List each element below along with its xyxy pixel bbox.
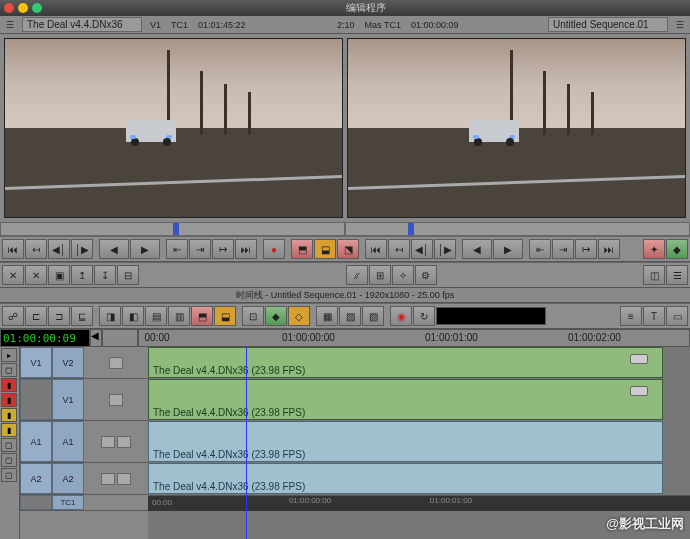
- viewer-position-bar[interactable]: [0, 222, 690, 236]
- playhead-marker[interactable]: [408, 223, 414, 235]
- play-reverse-rec-button[interactable]: ◀: [462, 239, 492, 259]
- tool-button[interactable]: ▭: [666, 306, 688, 326]
- menu-icon[interactable]: ☰: [4, 20, 16, 30]
- replace-button[interactable]: ⬔: [337, 239, 359, 259]
- current-timecode[interactable]: 01:00:00:09: [0, 329, 90, 347]
- link-button[interactable]: ☍: [2, 306, 24, 326]
- effect-button[interactable]: ✧: [392, 265, 414, 285]
- tool-button[interactable]: ▦: [316, 306, 338, 326]
- side-tool[interactable]: ▢: [1, 363, 17, 377]
- rewind-rec-button[interactable]: ⏮: [365, 239, 387, 259]
- play-loop-button[interactable]: ↻: [413, 306, 435, 326]
- rewind-button[interactable]: ⏮: [2, 239, 24, 259]
- minimize-icon[interactable]: [18, 3, 28, 13]
- menu-icon[interactable]: ☰: [674, 20, 686, 30]
- splice-button[interactable]: ⬒: [291, 239, 313, 259]
- mark-in-rec-button[interactable]: ◀│: [411, 239, 433, 259]
- close-icon[interactable]: [4, 3, 14, 13]
- clear-out-button[interactable]: ✕: [25, 265, 47, 285]
- settings-icon[interactable]: ⚙: [415, 265, 437, 285]
- solo-button[interactable]: [117, 473, 131, 485]
- add-edit-button[interactable]: ⊟: [117, 265, 139, 285]
- side-tool-red[interactable]: ▮: [1, 393, 17, 407]
- align-button[interactable]: ≡: [620, 306, 642, 326]
- extract-tl-button[interactable]: ⬓: [214, 306, 236, 326]
- tool-button[interactable]: ▤: [145, 306, 167, 326]
- prev-edit-rec-button[interactable]: ⇤: [529, 239, 551, 259]
- text-button[interactable]: T: [643, 306, 665, 326]
- timeline-tracks[interactable]: The Deal v4.4.DNx36 (23.98 FPS) The Deal…: [148, 347, 690, 539]
- side-tool[interactable]: ▢: [1, 438, 17, 452]
- track-monitor-button[interactable]: [109, 357, 123, 369]
- waveform-icon[interactable]: [101, 473, 115, 485]
- lift-tl-button[interactable]: ⬒: [191, 306, 213, 326]
- segment-mode-button[interactable]: ⊞: [369, 265, 391, 285]
- color-mode-button[interactable]: ◆: [666, 239, 688, 259]
- tool-button[interactable]: ◆: [265, 306, 287, 326]
- tool-button[interactable]: ⊐: [48, 306, 70, 326]
- rec-patch-a2[interactable]: A2: [52, 463, 84, 494]
- source-viewer[interactable]: [4, 38, 343, 218]
- next-edit-rec-button[interactable]: ⇥: [552, 239, 574, 259]
- tool-button[interactable]: ◨: [99, 306, 121, 326]
- step-fwd-rec-button[interactable]: ↦: [575, 239, 597, 259]
- video-clip-v1[interactable]: The Deal v4.4.DNx36 (23.98 FPS): [148, 379, 663, 420]
- source-clip-dropdown[interactable]: The Deal v4.4.DNx36: [22, 17, 142, 32]
- rec-patch-a1[interactable]: A1: [52, 421, 84, 462]
- audio-clip-a1[interactable]: The Deal v4.4.DNx36 (23.98 FPS): [148, 421, 663, 462]
- audio-clip-a2[interactable]: The Deal v4.4.DNx36 (23.98 FPS): [148, 463, 663, 494]
- mark-clip-button[interactable]: ▣: [48, 265, 70, 285]
- src-patch-v1[interactable]: V1: [20, 347, 52, 378]
- src-patch-a1[interactable]: A1: [20, 421, 52, 462]
- extract-button[interactable]: ↧: [94, 265, 116, 285]
- tool-button[interactable]: ⊡: [242, 306, 264, 326]
- prev-edit-button[interactable]: ⇤: [166, 239, 188, 259]
- tool-button[interactable]: ☰: [666, 265, 688, 285]
- tool-button[interactable]: ▥: [168, 306, 190, 326]
- tool-button[interactable]: ⊑: [71, 306, 93, 326]
- mark-in-button[interactable]: ◀│: [48, 239, 70, 259]
- mark-out-button[interactable]: │▶: [71, 239, 93, 259]
- step-back-button[interactable]: ↤: [25, 239, 47, 259]
- tool-button[interactable]: ◫: [643, 265, 665, 285]
- overwrite-button[interactable]: ⬓: [314, 239, 336, 259]
- fast-fwd-rec-button[interactable]: ⏭: [598, 239, 620, 259]
- trim-mode-button[interactable]: ⫽: [346, 265, 368, 285]
- solo-button[interactable]: [117, 436, 131, 448]
- src-patch-empty[interactable]: [20, 379, 52, 420]
- tool-button[interactable]: ◇: [288, 306, 310, 326]
- maximize-icon[interactable]: [32, 3, 42, 13]
- zoom-slider[interactable]: [102, 329, 138, 347]
- effect-icon[interactable]: [630, 354, 648, 364]
- step-back-rec-button[interactable]: ↤: [388, 239, 410, 259]
- side-tool[interactable]: ▸: [1, 348, 17, 362]
- play-reverse-button[interactable]: ◀: [99, 239, 129, 259]
- side-tool[interactable]: ▢: [1, 453, 17, 467]
- side-tool-yellow[interactable]: ▮: [1, 408, 17, 422]
- lift-button[interactable]: ↥: [71, 265, 93, 285]
- tool-button[interactable]: ▧: [339, 306, 361, 326]
- step-fwd-button[interactable]: ↦: [212, 239, 234, 259]
- effect-mode-button[interactable]: ✦: [643, 239, 665, 259]
- clear-in-button[interactable]: ✕: [2, 265, 24, 285]
- play-button[interactable]: ▶: [130, 239, 160, 259]
- video-clip-v2[interactable]: The Deal v4.4.DNx36 (23.98 FPS): [148, 347, 663, 378]
- waveform-icon[interactable]: [101, 436, 115, 448]
- side-tool-yellow[interactable]: ▮: [1, 423, 17, 437]
- next-edit-button[interactable]: ⇥: [189, 239, 211, 259]
- tool-button[interactable]: ▨: [362, 306, 384, 326]
- sequence-dropdown[interactable]: Untitled Sequence.01: [548, 17, 668, 32]
- effect-icon[interactable]: [630, 386, 648, 396]
- timeline-ruler[interactable]: 00:00 01:00:00:00 01:00:01:00 01:00:02:0…: [138, 329, 690, 347]
- mark-out-rec-button[interactable]: │▶: [434, 239, 456, 259]
- snap-button[interactable]: ⊏: [25, 306, 47, 326]
- scroll-left-icon[interactable]: ◀: [90, 329, 102, 347]
- record-button[interactable]: ●: [263, 239, 285, 259]
- in-point-marker[interactable]: [173, 223, 179, 235]
- fast-fwd-button[interactable]: ⏭: [235, 239, 257, 259]
- playhead[interactable]: [246, 347, 247, 539]
- side-tool[interactable]: ▢: [1, 468, 17, 482]
- record-viewer[interactable]: [347, 38, 686, 218]
- play-rec-button[interactable]: ▶: [493, 239, 523, 259]
- side-tool-red[interactable]: ▮: [1, 378, 17, 392]
